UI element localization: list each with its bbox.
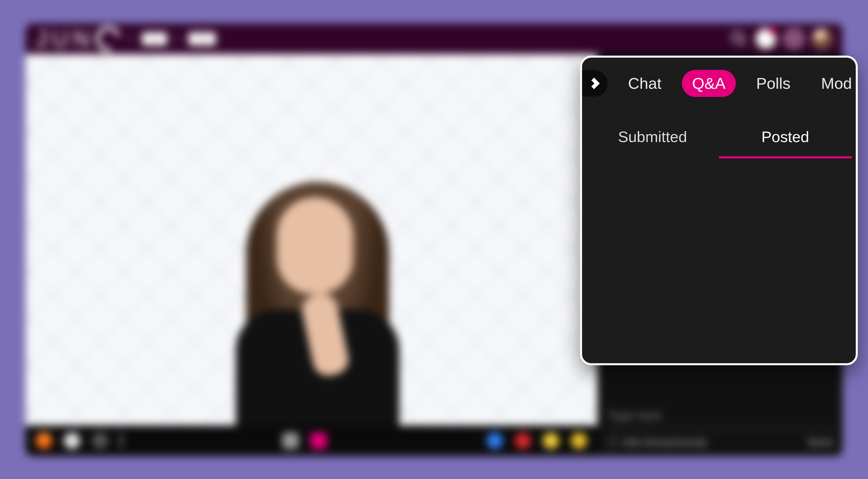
avatar[interactable] (812, 29, 832, 49)
chat-icon[interactable] (64, 433, 80, 449)
reaction-icon[interactable] (36, 433, 52, 449)
tab-chat[interactable]: Chat (618, 70, 672, 97)
qa-panel: Chat Q&A Polls Mod Submitted Posted (580, 56, 858, 365)
panel-subtab-row: Submitted Posted (582, 107, 856, 159)
search-icon[interactable] (730, 30, 748, 48)
compose-placeholder: Type here (608, 409, 832, 423)
yellow-control-icon[interactable] (543, 433, 559, 449)
nav-pill-2[interactable]: ····· (188, 32, 216, 45)
chevron-right-icon (588, 77, 601, 90)
layout-icon[interactable] (282, 433, 299, 449)
brand-logo: JUN (36, 26, 121, 52)
divider-icon (120, 433, 123, 448)
notifications-icon[interactable] (756, 29, 776, 49)
brand-ring-icon (91, 24, 125, 56)
shield-icon[interactable] (92, 433, 108, 449)
send-button[interactable]: Send (807, 436, 832, 448)
titlebar: JUN × ···· × ····· (26, 24, 842, 54)
nav-divider: × (175, 33, 181, 45)
record-icon[interactable] (310, 433, 327, 449)
svg-line-1 (741, 41, 745, 45)
compose-area: Type here ☐ Ask Anonymously Send (608, 409, 832, 448)
collapse-button[interactable] (581, 70, 608, 97)
compose-underline (608, 429, 832, 430)
svg-point-0 (733, 32, 743, 43)
menu-icon[interactable] (784, 29, 804, 49)
tab-mod[interactable]: Mod (811, 70, 858, 97)
nav-divider: × (128, 33, 134, 45)
yellow2-control-icon[interactable] (571, 433, 587, 449)
anon-label: Ask Anonymously (622, 436, 707, 448)
video-area (26, 54, 597, 456)
subtab-posted[interactable]: Posted (719, 118, 852, 159)
presenter-video (215, 167, 409, 437)
video-control-bar (26, 425, 597, 456)
tab-qa[interactable]: Q&A (682, 70, 736, 97)
blue-control-icon[interactable] (487, 433, 503, 449)
checkbox-icon[interactable]: ☐ (608, 436, 617, 448)
nav-pill-1[interactable]: ···· (142, 32, 167, 45)
end-call-icon[interactable] (515, 433, 531, 449)
subtab-submitted[interactable]: Submitted (586, 118, 719, 159)
brand-text: JUN (36, 26, 94, 52)
panel-tab-row: Chat Q&A Polls Mod (582, 58, 856, 107)
tab-polls[interactable]: Polls (746, 70, 801, 97)
